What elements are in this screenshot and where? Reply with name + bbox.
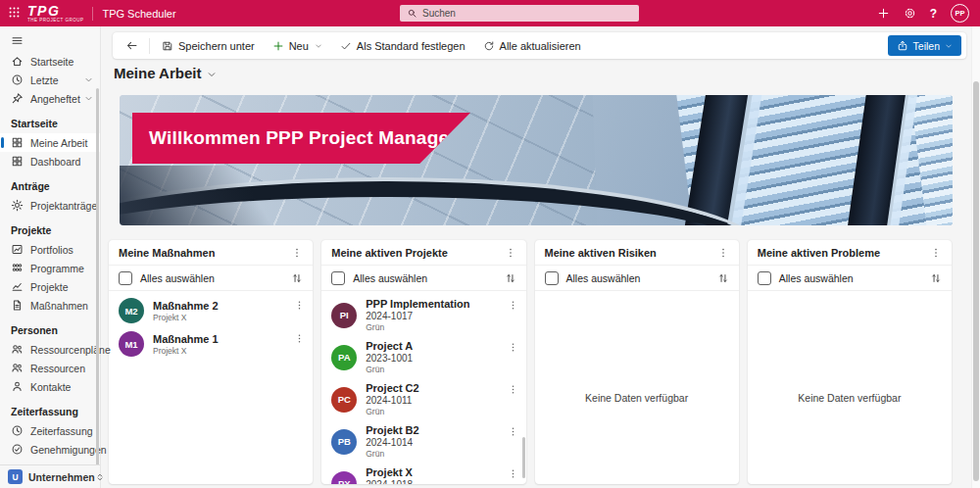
button-label: Neu [289,40,309,52]
home-icon [11,55,24,68]
list-item[interactable]: PXProjekt X2024-1018Grün [321,463,525,484]
sidebar-item-genehmigungen[interactable]: Genehmigungen [0,440,100,459]
sidebar-section-projekte: Projekte [0,215,100,240]
search-box[interactable] [400,5,639,22]
app-launcher-button[interactable] [0,0,27,26]
speichern-unter-button[interactable]: Speichern unter [153,32,264,59]
sidebar-item-zeiterfassung[interactable]: Zeiterfassung [0,421,100,440]
settings-icon[interactable] [904,7,916,20]
item-menu-icon[interactable] [508,426,518,437]
card-title: Meine aktiven Risiken [545,247,657,259]
card-title: Meine Maßnahmen [119,247,215,259]
hamburger-icon [11,34,100,47]
card-menu-icon[interactable] [505,247,516,259]
sort-icon[interactable] [291,272,303,284]
select-all-checkbox[interactable] [119,271,132,285]
sidebar-item-label: Ressourcen [30,363,85,374]
sidebar-item-kontakte[interactable]: Kontakte [0,377,100,396]
save-icon [162,40,173,52]
share-button[interactable]: Teilen [888,35,961,56]
chevron-down-icon [945,42,953,50]
item-text: PPP Implementation2024-1017Grün [366,298,469,332]
item-text: Projekt B22024-1014Grün [366,424,418,459]
item-menu-icon[interactable] [294,300,305,311]
list-item[interactable]: M2Maßnahme 2Projekt X [109,294,313,327]
search-input[interactable] [422,8,618,19]
item-title: Maßnahme 1 [153,333,219,346]
card-menu-icon[interactable] [930,247,942,259]
back-button[interactable] [118,32,146,59]
sidebar-item-dashboard[interactable]: Dashboard [0,152,100,171]
list-item[interactable]: PIPPP Implementation2024-1017Grün [321,294,525,336]
item-menu-icon[interactable] [508,342,518,353]
sidebar-item-startseite[interactable]: Startseite [0,52,100,71]
sidebar: StartseiteLetzteAngeheftetStartseiteMein… [0,26,101,488]
sidebar-item-ressourcenplane[interactable]: Ressourcenpläne [0,340,100,359]
chevron-down-icon[interactable] [207,70,217,79]
select-all-label: Alles auswählen [140,272,215,284]
people-icon [11,362,24,374]
empty-state-text: Keine Daten verfügbar [535,392,739,404]
sidebar-item-letzte[interactable]: Letzte [0,71,100,89]
empty-state-text: Keine Daten verfügbar [748,392,952,404]
scrollbar-thumb[interactable] [973,81,979,481]
select-all-checkbox[interactable] [758,271,771,285]
sidebar-item-meine-arbeit[interactable]: Meine Arbeit [0,133,100,152]
item-avatar: M2 [119,298,144,323]
item-menu-icon[interactable] [508,468,518,479]
logo-tagline: THE PROJECT GROUP [27,19,83,24]
als-standard-festlegen-button[interactable]: Als Standard festlegen [331,32,474,59]
welcome-text: Willkommen PPP Project Manager [149,127,457,149]
list-item[interactable]: PCProject C22024-1011Grün [321,378,525,420]
sort-icon[interactable] [717,272,729,284]
item-menu-icon[interactable] [508,300,518,311]
select-all-checkbox[interactable] [331,271,345,285]
company-switcher[interactable]: U Unternehmen [0,464,100,488]
sidebar-scrollbar[interactable] [96,88,99,470]
help-icon[interactable]: ? [930,8,937,20]
item-text: Project C22024-1011Grün [366,382,418,416]
list-item[interactable]: PAProject A2023-1001Grün [321,336,525,378]
item-avatar: M1 [119,331,144,357]
list-item[interactable]: PBProjekt B22024-1014Grün [321,420,525,463]
sidebar-item-label: Projekte [30,281,69,293]
sidebar-item-programme[interactable]: Programme [0,259,100,277]
app-title: TPG Scheduler [102,8,175,20]
sidebar-item-angeheftet[interactable]: Angeheftet [0,89,100,108]
tpg-logo: TPG THE PROJECT GROUP [27,4,83,24]
card-menu-icon[interactable] [717,247,729,259]
item-subtitle: Projekt X [153,346,219,356]
user-avatar[interactable]: PP [951,4,969,23]
sidebar-item-projekte[interactable]: Projekte [0,277,100,296]
neu-button[interactable]: Neu [264,32,331,59]
sidebar-item-ressourcen[interactable]: Ressourcen [0,359,100,377]
refresh-icon [483,40,495,52]
sidebar-item-label: Kontakte [30,381,71,393]
sidebar-toggle-button[interactable] [0,26,100,52]
page-scrollbar[interactable] [971,26,980,488]
card-menu-icon[interactable] [291,247,303,259]
select-all-checkbox[interactable] [545,271,559,285]
add-icon[interactable] [877,7,890,20]
grid-icon [11,136,24,149]
item-menu-icon[interactable] [294,333,305,344]
sidebar-item-projektantrage[interactable]: Projektanträge [0,196,100,215]
waffle-icon [8,5,21,23]
item-title: Maßnahme 2 [153,300,219,313]
select-all-row: Alles auswählen [321,266,525,291]
page-title-row: Meine Arbeit [114,65,217,81]
item-menu-icon[interactable] [508,384,518,395]
item-title: Projekt B2 [366,424,418,437]
sort-icon[interactable] [505,272,516,284]
card-header: Meine aktiven Probleme [748,240,952,266]
list-item[interactable]: M1Maßnahme 1Projekt X [109,327,313,361]
sort-icon[interactable] [930,272,942,284]
card-scrollbar-thumb[interactable] [522,437,525,478]
alle-aktualisieren-button[interactable]: Alle aktualisieren [474,32,590,59]
sidebar-item-portfolios[interactable]: Portfolios [0,240,100,259]
sidebar-item-massnahmen[interactable]: Maßnahmen [0,296,100,315]
top-app-bar: TPG THE PROJECT GROUP TPG Scheduler ? PP [0,0,980,26]
dashboard-cards: Meine MaßnahmenAlles auswählenM2Maßnahme… [109,240,952,484]
item-avatar: PX [331,471,357,485]
item-subtitle: 2024-1018 [366,479,413,484]
